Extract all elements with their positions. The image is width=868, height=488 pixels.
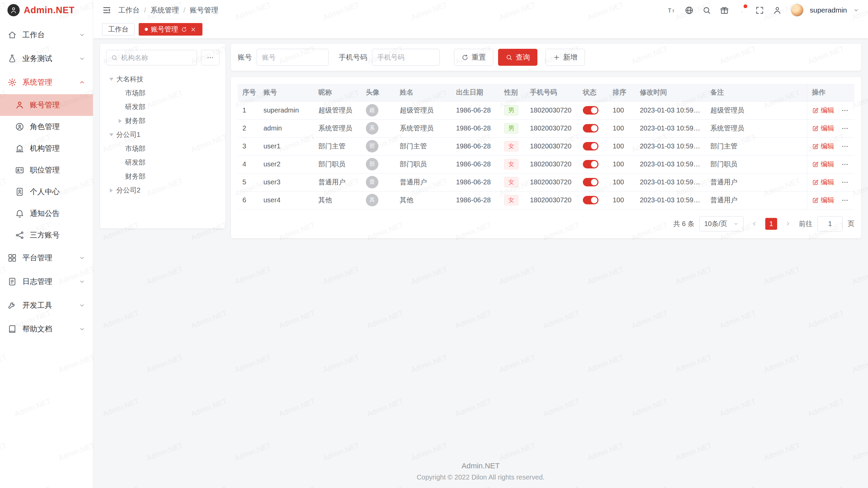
tree-node[interactable]: 研发部 xyxy=(106,100,219,114)
more-button[interactable] xyxy=(841,161,849,168)
sidebar-item[interactable]: 帮助文档 xyxy=(0,317,93,341)
modified-time-cell: 2023-01-03 10:59:44 xyxy=(635,155,706,173)
more-button[interactable] xyxy=(841,107,849,114)
person-icon[interactable] xyxy=(773,6,782,15)
column-header: 昵称 xyxy=(314,84,361,101)
tab-item[interactable]: 工作台 xyxy=(102,23,135,36)
more-button[interactable] xyxy=(841,197,849,204)
actions-cell: 编辑 xyxy=(807,119,854,137)
remark-cell: 超级管理员 xyxy=(706,101,807,119)
more-button[interactable] xyxy=(841,143,849,150)
tree-caret-icon[interactable] xyxy=(115,114,125,128)
current-page[interactable]: 1 xyxy=(765,218,777,230)
sidebar-subitem[interactable]: 通知公告 xyxy=(0,203,93,224)
tree-node[interactable]: 分公司1 xyxy=(106,128,219,142)
edit-button[interactable]: 编辑 xyxy=(812,124,834,133)
tree-node[interactable]: 市场部 xyxy=(106,142,219,156)
tree-node[interactable]: 市场部 xyxy=(106,86,219,100)
org-search-box xyxy=(106,50,197,65)
breadcrumb-item[interactable]: 系统管理 xyxy=(151,5,179,15)
nickname-cell: 部门职员 xyxy=(314,155,361,173)
gender-badge: 女 xyxy=(504,159,518,169)
tree-node-label: 市场部 xyxy=(125,88,145,98)
status-toggle[interactable] xyxy=(583,106,598,115)
sidebar-subitem[interactable]: 三方账号 xyxy=(0,224,93,246)
tree-node[interactable]: 分公司2 xyxy=(106,183,219,197)
tree-node-label: 研发部 xyxy=(125,158,145,167)
sidebar-item[interactable]: 工作台 xyxy=(0,23,93,47)
reset-button[interactable]: 重置 xyxy=(454,49,493,66)
tab-label: 工作台 xyxy=(108,25,129,34)
sidebar-item[interactable]: 平台管理 xyxy=(0,246,93,270)
more-button[interactable] xyxy=(841,179,849,186)
sidebar-item[interactable]: 系统管理 xyxy=(0,70,93,94)
user-avatar[interactable] xyxy=(791,4,804,17)
status-toggle[interactable] xyxy=(583,160,598,168)
sidebar-item[interactable]: 开发工具 xyxy=(0,293,93,317)
tree-node[interactable]: 财务部 xyxy=(106,114,219,128)
tree-node-label: 研发部 xyxy=(125,102,145,111)
gender-badge: 男 xyxy=(504,105,518,116)
more-button[interactable] xyxy=(841,125,849,132)
footer-copyright: Copyright © 2022 Dilon All rights reserv… xyxy=(93,473,868,481)
gift-icon[interactable] xyxy=(720,6,729,15)
actions-cell: 编辑 xyxy=(807,101,854,119)
breadcrumb-item[interactable]: 工作台 xyxy=(118,5,140,15)
status-toggle[interactable] xyxy=(583,178,598,186)
modified-time-cell: 2023-01-03 10:59:44 xyxy=(635,191,706,209)
sidebar-subitem[interactable]: 角色管理 xyxy=(0,116,93,138)
avatar-cell: 部 xyxy=(361,155,395,173)
chevron-down-icon[interactable] xyxy=(853,7,859,13)
table-row: 1superadmin超级管理员超超级管理员1986-06-28男1802003… xyxy=(238,101,854,119)
edit-button[interactable]: 编辑 xyxy=(812,106,834,115)
close-icon[interactable] xyxy=(190,26,196,33)
edit-button[interactable]: 编辑 xyxy=(812,142,834,151)
tree-caret-icon[interactable] xyxy=(106,72,116,86)
fullscreen-icon[interactable] xyxy=(755,6,764,15)
refresh-icon[interactable] xyxy=(181,26,187,33)
tree-node[interactable]: 研发部 xyxy=(106,156,219,169)
edit-button[interactable]: 编辑 xyxy=(812,160,834,169)
more-icon xyxy=(841,197,849,204)
status-toggle[interactable] xyxy=(583,142,598,150)
next-page-button[interactable] xyxy=(782,218,794,229)
more-icon xyxy=(841,143,849,150)
tab-item[interactable]: 账号管理 xyxy=(139,23,202,36)
tree-node[interactable]: 大名科技 xyxy=(106,72,219,86)
edit-button[interactable]: 编辑 xyxy=(812,178,834,187)
bell-icon[interactable] xyxy=(737,5,747,16)
org-more-button[interactable] xyxy=(201,50,219,65)
menu-fold-icon[interactable] xyxy=(102,5,112,15)
sidebar-subitem[interactable]: 机构管理 xyxy=(0,138,93,159)
language-icon[interactable] xyxy=(685,6,694,15)
account-filter-input[interactable] xyxy=(257,49,329,66)
page-footer: Admin.NET Copyright © 2022 Dilon All rig… xyxy=(93,462,868,481)
font-size-icon[interactable]: TT xyxy=(667,6,676,15)
phone-filter-input[interactable] xyxy=(372,49,440,66)
edit-button[interactable]: 编辑 xyxy=(812,196,834,205)
sidebar-item[interactable]: 日志管理 xyxy=(0,270,93,293)
tree-caret-icon[interactable] xyxy=(106,183,116,197)
username[interactable]: superadmin xyxy=(810,6,847,14)
status-toggle[interactable] xyxy=(583,124,598,133)
tree-caret-icon[interactable] xyxy=(106,128,116,142)
tree-caret-placeholder xyxy=(115,156,125,169)
sidebar-subitem[interactable]: 个人中心 xyxy=(0,181,93,203)
tree-node-label: 财务部 xyxy=(125,116,145,125)
search-button[interactable]: 查询 xyxy=(498,49,537,66)
add-button[interactable]: 新增 xyxy=(546,49,585,66)
status-toggle[interactable] xyxy=(583,196,598,204)
table-row: 5user3普通用户普普通用户1986-06-28女18020030720100… xyxy=(238,173,854,191)
page-size-select[interactable]: 10条/页 xyxy=(699,216,744,231)
brand-logo[interactable]: Admin.NET xyxy=(0,0,93,20)
sidebar-subitem[interactable]: 账号管理 xyxy=(0,94,93,116)
sidebar-item[interactable]: 业务测试 xyxy=(0,47,93,70)
search-icon[interactable] xyxy=(702,6,711,15)
tree-node[interactable]: 财务部 xyxy=(106,169,219,183)
org-search-input[interactable] xyxy=(121,54,192,62)
breadcrumb-item[interactable]: 账号管理 xyxy=(190,5,218,15)
goto-page-input[interactable] xyxy=(817,216,843,231)
sidebar-subitem[interactable]: 职位管理 xyxy=(0,159,93,181)
tools-icon xyxy=(7,301,17,310)
prev-page-button[interactable] xyxy=(749,218,760,229)
